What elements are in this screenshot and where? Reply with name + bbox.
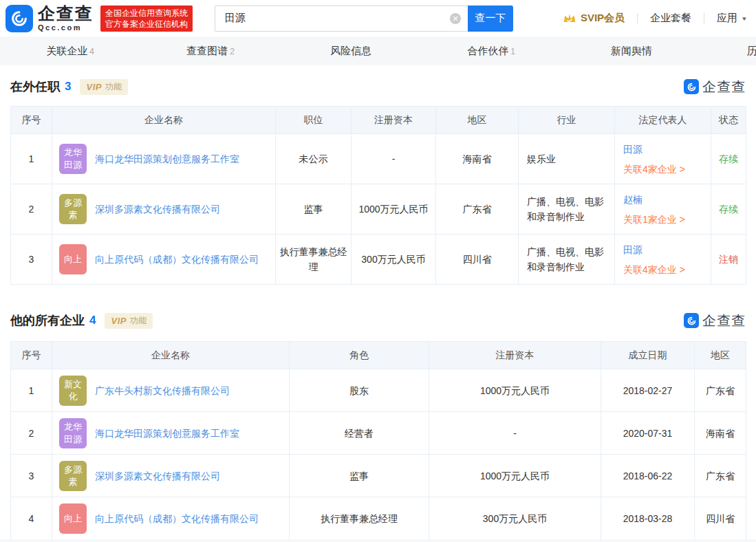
svip-label: SVIP会员 bbox=[581, 12, 625, 25]
industry-cell: 娱乐业 bbox=[519, 134, 615, 184]
col-seq: 序号 bbox=[11, 107, 52, 134]
region-cell: 海南省 bbox=[436, 134, 519, 184]
company-link[interactable]: 海口龙华田源策划创意服务工作室 bbox=[95, 151, 239, 166]
section-title: 在外任职 bbox=[10, 78, 60, 95]
company-logo[interactable]: 龙华田源 bbox=[59, 418, 87, 448]
date-cell: 2018-03-28 bbox=[601, 497, 695, 540]
qcc-watermark: 企查查 bbox=[684, 78, 746, 96]
svip-link[interactable]: SVIP会员 bbox=[563, 12, 625, 25]
col-capital: 注册资本 bbox=[352, 107, 436, 134]
company-logo[interactable]: 多源素 bbox=[59, 461, 87, 491]
position-cell: 监事 bbox=[276, 184, 352, 235]
company-link[interactable]: 深圳多源素文化传播有限公司 bbox=[95, 202, 220, 217]
divider bbox=[704, 13, 704, 23]
company-logo[interactable]: 新文化 bbox=[59, 376, 87, 406]
qcc-logo[interactable]: 企查查 Qcc.com bbox=[6, 5, 94, 32]
company-link[interactable]: 深圳多源素文化传播有限公司 bbox=[95, 468, 220, 484]
qcc-watermark-icon bbox=[684, 313, 699, 328]
table-row: 2 多源素 深圳多源素文化传播有限公司 监事 1000万元人民币 广东省 广播、… bbox=[11, 184, 746, 235]
positions-table: 序号 企业名称 职位 注册资本 地区 行业 法定代表人 状态 1 龙华田源 海口… bbox=[10, 106, 746, 285]
status-badge: 存续 bbox=[719, 153, 738, 164]
company-link[interactable]: 向上原代码（成都）文化传播有限公司 bbox=[95, 511, 259, 526]
all-companies-table: 序号 企业名称 角色 注册资本 成立日期 地区 1 新文化 广东牛头村新文化传播… bbox=[10, 341, 746, 540]
capital-cell: 1000万元人民币 bbox=[429, 455, 601, 497]
region-cell: 广东省 bbox=[695, 369, 746, 412]
certification-badge: 全国企业信用查询系统 官方备案企业征信机构 bbox=[100, 6, 193, 32]
seq-cell: 1 bbox=[11, 134, 52, 184]
section-positions-header: 在外任职 3 VIP 功能 企查查 bbox=[10, 76, 746, 97]
search-button[interactable]: 查一下 bbox=[468, 6, 513, 32]
table-row: 2 龙华田源 海口龙华田源策划创意服务工作室 经营者 - 2020-07-31 … bbox=[11, 412, 746, 455]
search-input[interactable] bbox=[215, 6, 468, 32]
role-cell: 监事 bbox=[290, 455, 429, 497]
company-logo[interactable]: 多源素 bbox=[59, 194, 87, 224]
region-cell: 四川省 bbox=[695, 497, 746, 540]
tab-count: 1 bbox=[510, 47, 515, 56]
qcc-logo-icon bbox=[6, 5, 33, 32]
seq-cell: 3 bbox=[11, 235, 52, 285]
col-status: 状态 bbox=[711, 107, 746, 134]
company-logo[interactable]: 向上 bbox=[59, 244, 87, 274]
col-region: 地区 bbox=[695, 342, 746, 369]
capital-cell: - bbox=[352, 134, 436, 184]
tab-history[interactable]: 历 bbox=[747, 45, 756, 58]
company-logo[interactable]: 向上 bbox=[59, 503, 87, 534]
top-header: 企查查 Qcc.com 全国企业信用查询系统 官方备案企业征信机构 ✕ 查一下 … bbox=[0, 0, 756, 36]
vip-feature-badge[interactable]: VIP 功能 bbox=[80, 79, 127, 95]
tab-partners[interactable]: 合作伙伴1 bbox=[421, 45, 561, 58]
related-companies-link[interactable]: 关联4家企业 > bbox=[623, 262, 702, 277]
seq-cell: 2 bbox=[11, 412, 52, 455]
legal-rep-link[interactable]: 赵楠 bbox=[623, 192, 702, 207]
chevron-down-icon: ▼ bbox=[741, 16, 748, 22]
company-link[interactable]: 海口龙华田源策划创意服务工作室 bbox=[95, 426, 239, 441]
region-cell: 广东省 bbox=[436, 184, 519, 235]
legal-rep-link[interactable]: 田源 bbox=[623, 142, 702, 157]
col-industry: 行业 bbox=[519, 107, 615, 134]
capital-cell: - bbox=[429, 412, 601, 455]
qcc-watermark: 企查查 bbox=[684, 312, 746, 330]
status-badge: 注销 bbox=[719, 254, 738, 265]
table-header-row: 序号 企业名称 职位 注册资本 地区 行业 法定代表人 状态 bbox=[11, 107, 746, 134]
divider bbox=[637, 13, 638, 23]
legal-rep-link[interactable]: 田源 bbox=[623, 242, 702, 257]
apps-menu[interactable]: 应用▼ bbox=[717, 12, 748, 25]
crown-icon bbox=[563, 13, 576, 24]
seq-cell: 4 bbox=[11, 497, 52, 540]
section-all-companies-header: 他的所有企业 4 VIP 功能 企查查 bbox=[10, 310, 746, 331]
col-seq: 序号 bbox=[11, 342, 52, 369]
tab-count: 2 bbox=[230, 47, 235, 56]
capital-cell: 1000万元人民币 bbox=[429, 369, 601, 412]
next-section-edge bbox=[0, 539, 756, 542]
qcc-watermark-icon bbox=[684, 79, 699, 94]
tab-navigation: 关联企业4 查查图谱2 风险信息 合作伙伴1 新闻舆情 历 bbox=[0, 36, 756, 65]
section-count: 4 bbox=[89, 314, 96, 327]
related-companies-link[interactable]: 关联1家企业 > bbox=[623, 212, 702, 227]
packages-link[interactable]: 企业套餐 bbox=[650, 12, 691, 25]
col-company: 企业名称 bbox=[52, 107, 276, 134]
cert-line-1: 全国企业信用查询系统 bbox=[105, 8, 188, 19]
company-link[interactable]: 向上原代码（成都）文化传播有限公司 bbox=[95, 252, 259, 267]
vip-feature-badge[interactable]: VIP 功能 bbox=[105, 313, 152, 329]
vip-icon: VIP bbox=[86, 82, 101, 92]
company-link[interactable]: 广东牛头村新文化传播有限公司 bbox=[95, 383, 230, 398]
seq-cell: 3 bbox=[11, 455, 52, 497]
capital-cell: 300万元人民币 bbox=[429, 497, 601, 540]
table-row: 3 向上 向上原代码（成都）文化传播有限公司 执行董事兼总经理 300万元人民币… bbox=[11, 235, 746, 285]
table-row: 4 向上 向上原代码（成都）文化传播有限公司 执行董事兼总经理 300万元人民币… bbox=[11, 497, 746, 540]
brand-name: 企查查 bbox=[38, 5, 94, 22]
capital-cell: 1000万元人民币 bbox=[352, 184, 436, 235]
clear-search-icon[interactable]: ✕ bbox=[450, 13, 461, 24]
related-companies-link[interactable]: 关联4家企业 > bbox=[623, 162, 702, 177]
tab-chacha-graph[interactable]: 查查图谱2 bbox=[140, 45, 281, 58]
tab-news[interactable]: 新闻舆情 bbox=[561, 45, 702, 58]
industry-cell: 广播、电视、电影和录音制作业 bbox=[519, 235, 615, 285]
region-cell: 海南省 bbox=[695, 412, 746, 455]
vip-icon: VIP bbox=[111, 316, 126, 326]
capital-cell: 300万元人民币 bbox=[352, 235, 436, 285]
date-cell: 2018-02-27 bbox=[601, 369, 695, 412]
col-region: 地区 bbox=[436, 107, 519, 134]
tab-related-companies[interactable]: 关联企业4 bbox=[0, 45, 140, 58]
table-row: 3 多源素 深圳多源素文化传播有限公司 监事 1000万元人民币 2018-06… bbox=[11, 455, 746, 497]
company-logo[interactable]: 龙华田源 bbox=[59, 144, 87, 174]
tab-risk-info[interactable]: 风险信息 bbox=[281, 45, 421, 58]
